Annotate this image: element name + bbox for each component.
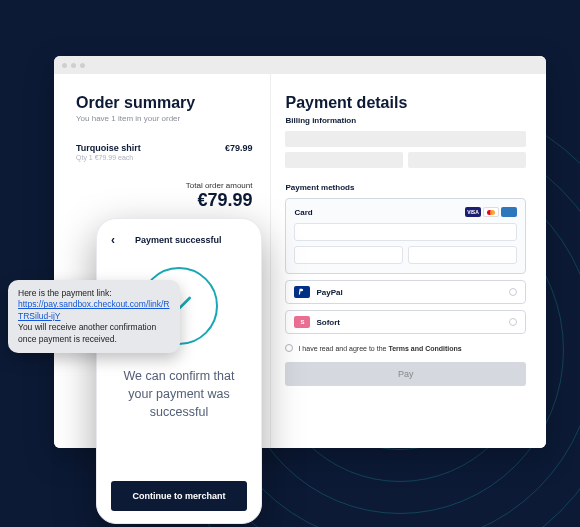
sofort-icon: S bbox=[294, 316, 310, 328]
paypal-label: PayPal bbox=[316, 288, 342, 297]
terms-link[interactable]: Terms and Conditions bbox=[388, 345, 461, 352]
sofort-label: Sofort bbox=[316, 318, 340, 327]
terms-checkbox[interactable] bbox=[285, 344, 293, 352]
item-price: €79.99 bbox=[225, 143, 253, 153]
total-label: Total order amount bbox=[76, 181, 252, 190]
payment-title: Payment details bbox=[285, 94, 526, 112]
card-badges: VISA bbox=[465, 207, 517, 217]
billing-field[interactable] bbox=[285, 152, 403, 168]
confirmation-text: We can confirm that your payment was suc… bbox=[118, 367, 241, 421]
phone-mockup: ‹ Payment successful We can confirm that… bbox=[96, 218, 262, 524]
payment-link[interactable]: https://pay.sandbox.checkout.com/link/RT… bbox=[18, 299, 170, 320]
card-label: Card bbox=[294, 208, 312, 217]
back-icon[interactable]: ‹ bbox=[111, 233, 115, 247]
billing-field[interactable] bbox=[408, 152, 526, 168]
total-amount: €79.99 bbox=[76, 190, 252, 211]
billing-label: Billing information bbox=[285, 116, 526, 125]
order-subtitle: You have 1 item in your order bbox=[76, 114, 252, 123]
sofort-method[interactable]: S Sofort bbox=[285, 310, 526, 334]
message-bubble: Here is the payment link: https://pay.sa… bbox=[8, 280, 180, 353]
mastercard-icon bbox=[483, 207, 499, 217]
radio-icon bbox=[509, 288, 517, 296]
phone-header: Payment successful bbox=[135, 235, 222, 245]
order-title: Order summary bbox=[76, 94, 252, 112]
visa-icon: VISA bbox=[465, 207, 481, 217]
pay-button[interactable]: Pay bbox=[285, 362, 526, 386]
continue-button[interactable]: Continue to merchant bbox=[111, 481, 247, 511]
item-subtext: Qty 1 €79.99 each bbox=[76, 154, 252, 161]
paypal-method[interactable]: PayPal bbox=[285, 280, 526, 304]
bubble-text: Here is the payment link: bbox=[18, 288, 170, 299]
card-cvv-input[interactable] bbox=[408, 246, 517, 264]
radio-icon bbox=[509, 318, 517, 326]
amex-icon bbox=[501, 207, 517, 217]
card-expiry-input[interactable] bbox=[294, 246, 403, 264]
payment-details-pane: Payment details Billing information Paym… bbox=[270, 74, 546, 448]
billing-field[interactable] bbox=[285, 131, 526, 147]
line-item: Turquoise shirt €79.99 bbox=[76, 143, 252, 153]
terms-row[interactable]: I have read and agree to the Terms and C… bbox=[285, 344, 526, 352]
item-name: Turquoise shirt bbox=[76, 143, 141, 153]
window-titlebar bbox=[54, 56, 546, 74]
card-method[interactable]: Card VISA bbox=[285, 198, 526, 274]
card-number-input[interactable] bbox=[294, 223, 517, 241]
paypal-icon bbox=[294, 286, 310, 298]
methods-label: Payment methods bbox=[285, 183, 526, 192]
bubble-text: You will receive another confirmation on… bbox=[18, 322, 170, 345]
